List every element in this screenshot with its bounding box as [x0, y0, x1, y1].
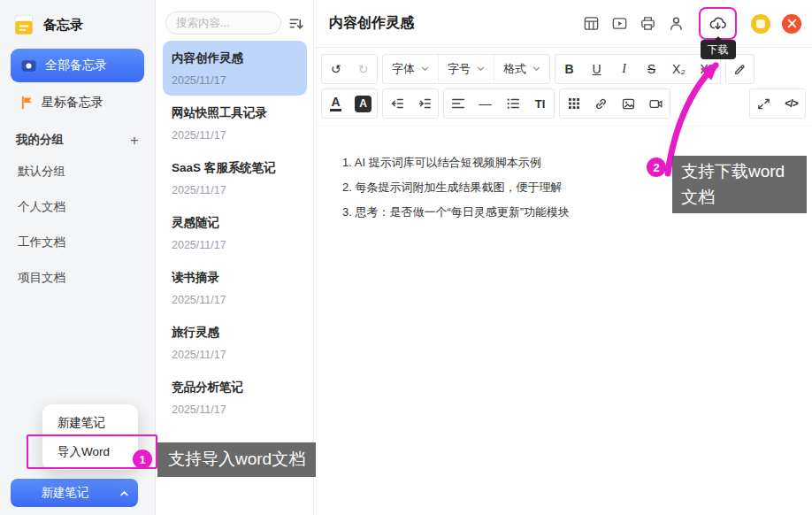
indent-decrease-icon — [389, 96, 405, 111]
bold-button[interactable]: B — [555, 55, 583, 83]
text-style-group: B U I S X₂ X² — [555, 54, 721, 84]
insert-image-button[interactable] — [615, 89, 642, 118]
sidebar-item-starred[interactable]: 星标备忘录 — [0, 82, 155, 119]
indent-decrease-button[interactable] — [383, 89, 410, 118]
note-date: 2025/11/17 — [172, 184, 298, 196]
menu-item-import-word[interactable]: 导入Word — [42, 437, 138, 466]
download-button[interactable]: 下载 — [699, 7, 737, 40]
note-list-item[interactable]: 竞品分析笔记2025/11/17 — [163, 370, 307, 425]
theme-icon — [756, 19, 765, 28]
note-title: 读书摘录 — [172, 270, 298, 286]
print-button[interactable] — [640, 15, 656, 32]
theme-button[interactable] — [751, 14, 770, 34]
undo-button[interactable]: ↺ — [322, 55, 349, 83]
align-left-icon — [450, 96, 466, 111]
add-group-button[interactable]: + — [130, 133, 139, 148]
indent-increase-icon — [417, 96, 433, 111]
font-family-select[interactable]: 字体 — [383, 55, 438, 83]
editor-panel: 内容创作灵感 — [315, 0, 812, 515]
paragraph-group: — TI — [443, 88, 555, 119]
chevron-down-icon — [421, 66, 429, 72]
notepad-logo-icon — [12, 13, 35, 36]
new-note-button[interactable]: 新建笔记 — [11, 479, 138, 507]
note-list-item[interactable]: 读书摘录2025/11/17 — [163, 260, 307, 315]
font-size-label: 字号 — [448, 61, 471, 77]
italic-icon: I — [622, 62, 626, 76]
link-icon — [594, 96, 609, 111]
insert-video-button[interactable] — [642, 89, 670, 118]
new-note-label: 新建笔记 — [11, 485, 119, 501]
insert-link-button[interactable] — [587, 89, 615, 118]
code-icon: </> — [785, 97, 797, 110]
insert-table-button[interactable] — [583, 15, 600, 32]
app-header: 备忘录 — [0, 0, 155, 47]
insert-group — [559, 88, 670, 119]
indent-group — [382, 88, 439, 119]
sort-button[interactable] — [287, 15, 304, 32]
underline-button[interactable]: U — [583, 55, 610, 83]
sidebar-group-item[interactable]: 工作文档 — [0, 225, 155, 260]
close-button[interactable] — [782, 14, 801, 34]
note-list-item[interactable]: SaaS 客服系统笔记2025/11/17 — [163, 150, 307, 205]
sidebar-item-all-notes[interactable]: 全部备忘录 — [11, 49, 144, 82]
color-group: A A — [321, 88, 378, 119]
groups-header: 我的分组 — [16, 132, 64, 148]
note-title: SaaS 客服系统笔记 — [172, 160, 298, 176]
font-group: 字体 字号 格式 — [382, 54, 550, 84]
bg-color-button[interactable]: A — [349, 89, 377, 118]
strikethrough-button[interactable]: S — [638, 55, 665, 83]
note-date: 2025/11/17 — [172, 239, 298, 251]
horizontal-rule-button[interactable]: — — [471, 89, 499, 118]
italic-button[interactable]: I — [610, 55, 638, 83]
indent-increase-button[interactable] — [410, 89, 438, 118]
list-icon — [505, 96, 521, 111]
all-notes-label: 全部备忘录 — [45, 58, 107, 73]
share-user-button[interactable] — [668, 15, 685, 32]
align-button[interactable] — [444, 89, 471, 118]
import-word-label: 导入Word — [57, 444, 110, 460]
underline-icon: U — [592, 62, 601, 76]
history-group: ↺ ↻ — [321, 54, 378, 84]
note-list-item[interactable]: 旅行灵感2025/11/17 — [163, 315, 307, 370]
note-title: 网站快照工具记录 — [172, 105, 298, 121]
sidebar-group-item[interactable]: 默认分组 — [0, 154, 155, 189]
step2-badge: 2 — [647, 158, 666, 177]
text-size-icon: TI — [535, 97, 546, 111]
annotation-step1: 1 支持导入word文档 — [133, 442, 316, 477]
group-list: 默认分组个人文档工作文档项目文档 — [0, 154, 155, 296]
sidebar-group-item[interactable]: 个人文档 — [0, 189, 155, 225]
editor-header: 内容创作灵感 — [315, 0, 812, 48]
list-button[interactable] — [499, 89, 526, 118]
step1-badge: 1 — [133, 450, 152, 469]
note-title: 内容创作灵感 — [172, 50, 298, 66]
printer-icon — [640, 15, 656, 32]
chevron-down-icon — [532, 66, 540, 72]
download-icon — [709, 15, 727, 32]
context-menu: 新建笔记 导入Word — [42, 404, 138, 470]
search-input[interactable] — [165, 12, 281, 35]
font-size-select[interactable]: 字号 — [438, 55, 494, 83]
video-mode-button[interactable] — [611, 15, 628, 32]
text-size-button[interactable]: TI — [526, 89, 554, 118]
font-family-label: 字体 — [392, 61, 415, 77]
note-date: 2025/11/17 — [172, 74, 298, 87]
fullscreen-button[interactable] — [750, 89, 778, 118]
note-list-item[interactable]: 内容创作灵感2025/11/17 — [163, 41, 307, 96]
toolbar-row-2: A A — [321, 88, 806, 119]
note-list-item[interactable]: 灵感随记2025/11/17 — [163, 205, 307, 260]
font-color-icon: A — [330, 96, 341, 112]
editor-toolbar: ↺ ↻ 字体 字号 格式 — [315, 48, 812, 127]
grid-icon — [567, 96, 581, 111]
redo-icon: ↻ — [358, 62, 369, 76]
format-select[interactable]: 格式 — [494, 55, 549, 83]
subscript-button[interactable]: X₂ — [665, 55, 693, 83]
note-date: 2025/11/17 — [172, 129, 298, 142]
sidebar-group-item[interactable]: 项目文档 — [0, 260, 155, 296]
redo-button[interactable]: ↻ — [349, 55, 377, 83]
font-color-button[interactable]: A — [322, 89, 349, 118]
note-list-item[interactable]: 网站快照工具记录2025/11/17 — [163, 96, 307, 150]
code-button[interactable]: </> — [778, 89, 805, 118]
app-title: 备忘录 — [43, 17, 83, 34]
grid-button[interactable] — [560, 89, 587, 118]
menu-item-new-note[interactable]: 新建笔记 — [42, 408, 138, 437]
